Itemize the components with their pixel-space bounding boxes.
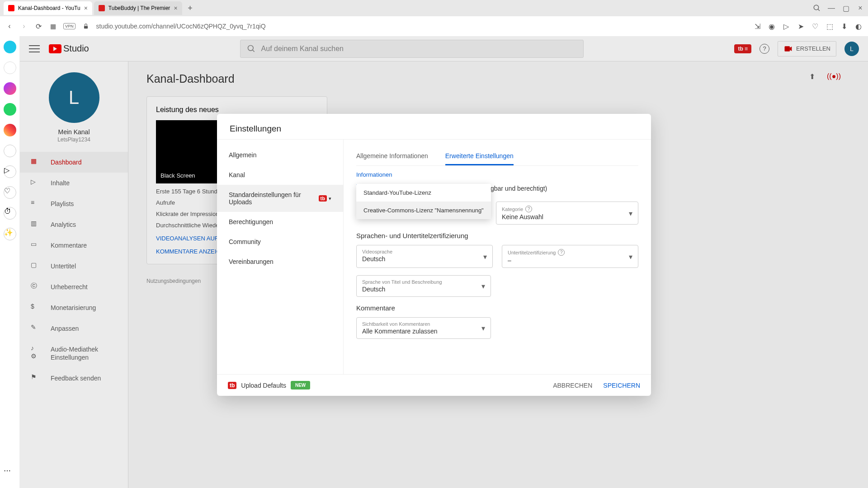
- new-tab-button[interactable]: +: [184, 2, 197, 14]
- tubebuddy-favicon: [99, 5, 105, 11]
- svg-line-1: [818, 9, 820, 11]
- vpn-icon[interactable]: VPN: [63, 23, 75, 29]
- nav-label: Vereinbarungen: [229, 258, 274, 265]
- heart-icon[interactable]: ♡: [811, 22, 819, 30]
- chevron-down-icon: ▾: [483, 252, 487, 261]
- settings-modal: Einstellungen Allgemein Kanal Standardei…: [217, 114, 651, 396]
- bookmark-icon[interactable]: ▷: [782, 22, 790, 30]
- extension-icon[interactable]: ⇲: [753, 22, 761, 30]
- help-icon[interactable]: ?: [558, 249, 565, 256]
- nav-label: Community: [229, 238, 261, 245]
- tab-general-info[interactable]: Allgemeine Informationen: [356, 148, 428, 165]
- category-select[interactable]: Kategorie ? Keine Auswahl ▾: [496, 202, 638, 225]
- nav-label: Berechtigungen: [229, 218, 273, 225]
- os-app-icon[interactable]: [4, 145, 16, 157]
- svg-point-0: [814, 5, 819, 10]
- profile-icon[interactable]: ◐: [854, 22, 863, 30]
- send-icon[interactable]: ➤: [797, 22, 805, 30]
- license-option-standard[interactable]: Standard-YouTube-Lizenz: [356, 184, 491, 202]
- tubebuddy-icon: tb: [228, 382, 236, 389]
- modal-tabs: Allgemeine Informationen Erweiterte Eins…: [356, 148, 638, 166]
- lock-icon[interactable]: [82, 22, 90, 30]
- browser-tab-inactive[interactable]: TubeBuddy | The Premier ×: [94, 1, 182, 15]
- option-label: Creative-Commons-Lizenz "Namensnennung": [363, 207, 484, 214]
- tab-advanced[interactable]: Erweiterte Einstellungen: [445, 148, 514, 165]
- tubebuddy-mini: tb▾: [319, 195, 331, 202]
- download-icon[interactable]: ⬇: [840, 22, 848, 30]
- tab-title: Kanal-Dashboard - YouTu: [18, 5, 80, 11]
- info-link[interactable]: Informationen: [356, 171, 638, 178]
- close-icon[interactable]: ×: [174, 5, 177, 12]
- field-value: Alle Kommentare zulassen: [362, 328, 485, 335]
- comment-visibility-select[interactable]: Sichtbarkeit von Kommentaren Alle Kommen…: [356, 317, 491, 339]
- subtitle-cert-select[interactable]: Untertitelzertifizierung ? – ▾: [502, 245, 638, 268]
- close-window-icon[interactable]: ×: [856, 4, 864, 12]
- browser-tab-bar: Kanal-Dashboard - YouTu × TubeBuddy | Th…: [0, 0, 868, 16]
- address-bar: ‹ › ⟳ ▦ VPN studio.youtube.com/channel/U…: [0, 16, 868, 36]
- os-app-icon[interactable]: ✨: [4, 228, 16, 240]
- title-language-select[interactable]: Sprache von Titel und Beschreibung Deuts…: [356, 275, 491, 297]
- back-icon[interactable]: ‹: [5, 22, 14, 30]
- modal-nav-upload-defaults[interactable]: Standardeinstellungen für Uploads tb▾: [217, 185, 343, 212]
- modal-footer: tb Upload Defaults NEW ABBRECHEN SPEICHE…: [217, 374, 651, 396]
- chevron-down-icon: ▾: [481, 282, 485, 291]
- more-icon[interactable]: ⋯: [4, 466, 16, 479]
- os-app-icon[interactable]: ⏱: [4, 207, 16, 220]
- maximize-icon[interactable]: ▢: [842, 4, 850, 12]
- upload-defaults-label[interactable]: Upload Defaults: [241, 382, 286, 389]
- nav-label: Kanal: [229, 171, 245, 178]
- close-icon[interactable]: ×: [84, 5, 88, 12]
- field-label: Kategorie: [502, 206, 523, 212]
- section-comments: Kommentare: [356, 304, 638, 312]
- field-label: Sichtbarkeit von Kommentaren: [362, 321, 485, 327]
- modal-nav-agreements[interactable]: Vereinbarungen: [217, 252, 343, 272]
- section-languages: Sprachen- und Untertitelzertifizierung: [356, 232, 638, 239]
- browser-tab-active[interactable]: Kanal-Dashboard - YouTu ×: [4, 1, 92, 15]
- field-value: Deutsch: [362, 286, 485, 293]
- tab-label: Erweiterte Einstellungen: [445, 152, 514, 160]
- cancel-button[interactable]: ABBRECHEN: [553, 382, 592, 389]
- cube-icon[interactable]: ⬚: [826, 22, 834, 30]
- tab-label: Allgemeine Informationen: [356, 152, 428, 160]
- minimize-icon[interactable]: —: [827, 4, 835, 12]
- new-badge: NEW: [291, 381, 310, 389]
- os-sidebar: ▷ ♡ ⏱ ✨ ⋯: [0, 36, 20, 488]
- modal-nav-channel[interactable]: Kanal: [217, 165, 343, 185]
- modal-nav-community[interactable]: Community: [217, 232, 343, 252]
- field-value: –: [508, 257, 632, 264]
- help-icon[interactable]: ?: [525, 206, 532, 212]
- instagram-icon[interactable]: [4, 124, 16, 136]
- save-button[interactable]: SPEICHERN: [603, 382, 640, 389]
- messenger-icon[interactable]: [4, 82, 16, 95]
- modal-main: Allgemeine Informationen Erweiterte Eins…: [344, 140, 651, 374]
- os-app-icon[interactable]: ♡: [4, 186, 16, 199]
- youtube-favicon: [8, 5, 14, 11]
- chevron-down-icon: ▾: [629, 252, 632, 261]
- camera-icon[interactable]: ◉: [768, 22, 776, 30]
- field-label: Sprache von Titel und Beschreibung: [362, 279, 485, 285]
- os-app-icon[interactable]: [4, 41, 16, 53]
- chevron-down-icon: ▾: [481, 324, 485, 333]
- os-app-icon[interactable]: ▷: [4, 165, 16, 178]
- modal-nav-permissions[interactable]: Berechtigungen: [217, 212, 343, 232]
- video-language-select[interactable]: Videosprache Deutsch ▾: [356, 245, 493, 268]
- url-text[interactable]: studio.youtube.com/channel/UCocN6zQPHQZ_…: [96, 23, 458, 30]
- svg-rect-2: [84, 26, 87, 28]
- field-value: Deutsch: [362, 255, 487, 263]
- nav-label: Allgemein: [229, 151, 256, 159]
- chevron-down-icon: ▾: [629, 209, 632, 217]
- option-label: Standard-YouTube-Lizenz: [363, 189, 431, 196]
- modal-title: Einstellungen: [217, 114, 651, 139]
- apps-icon[interactable]: ▦: [49, 22, 57, 30]
- browser-chrome: Kanal-Dashboard - YouTu × TubeBuddy | Th…: [0, 0, 868, 37]
- search-icon[interactable]: [813, 4, 821, 12]
- nav-label: Standardeinstellungen für Uploads: [229, 191, 319, 206]
- field-label: Videosprache: [362, 249, 487, 254]
- forward-icon[interactable]: ›: [20, 22, 28, 30]
- reload-icon[interactable]: ⟳: [34, 22, 42, 30]
- license-option-cc[interactable]: Creative-Commons-Lizenz "Namensnennung": [356, 202, 491, 219]
- modal-nav-general[interactable]: Allgemein: [217, 145, 343, 165]
- chevron-down-icon[interactable]: ▾: [329, 196, 331, 202]
- os-app-icon[interactable]: [4, 61, 16, 74]
- whatsapp-icon[interactable]: [4, 103, 16, 116]
